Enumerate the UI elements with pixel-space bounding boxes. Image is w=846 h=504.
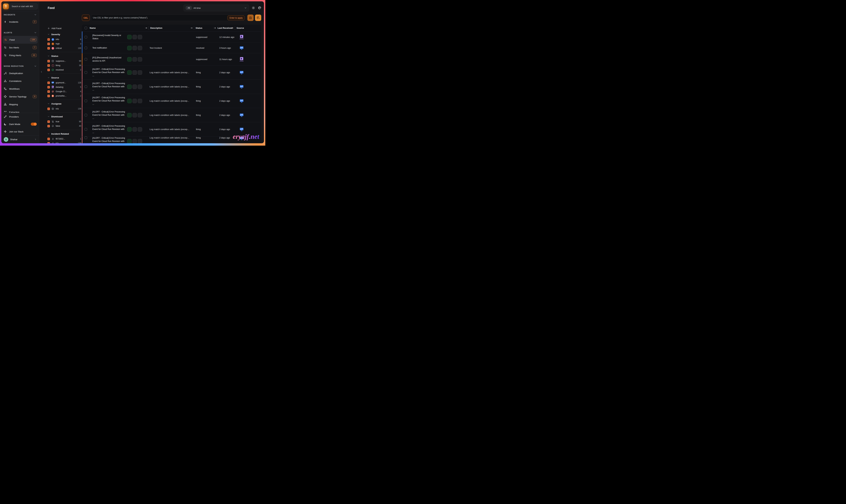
facet-checkbox[interactable]: ✓ — [47, 95, 50, 97]
facet-checkbox[interactable]: ✓ — [47, 108, 50, 110]
row-checkbox[interactable] — [85, 100, 87, 102]
table-row[interactable]: [Recovered] Invalid Severity or Status s… — [82, 32, 261, 42]
open-alert-button[interactable] — [127, 113, 131, 118]
ticket-button[interactable] — [133, 139, 137, 143]
user-menu[interactable]: S Shahar — [1, 135, 39, 143]
open-alert-button[interactable] — [127, 35, 131, 39]
open-alert-button[interactable] — [127, 57, 131, 61]
facet-option[interactable]: ✓ ! firing 38 — [47, 63, 81, 68]
edit-alert-button[interactable] — [138, 57, 142, 61]
sidebar-item[interactable]: Incidents 2 — [1, 18, 39, 26]
facet-option[interactable]: ✓ false 40 — [47, 124, 81, 128]
time-range-select[interactable]: All All time — [183, 4, 249, 11]
facet-checkbox[interactable]: ✓ — [47, 64, 50, 67]
keep-logo-icon[interactable] — [3, 3, 9, 9]
theme-palette-icon[interactable] — [258, 6, 262, 10]
facet-option[interactable]: ✓ ! high 3 — [47, 42, 81, 46]
row-checkbox[interactable] — [85, 137, 87, 139]
sidebar-item[interactable]: 5xx Alerts 7 — [1, 43, 39, 51]
row-checkbox[interactable] — [85, 47, 87, 49]
facet-checkbox[interactable]: ✓ — [47, 69, 50, 71]
column-header-last-received[interactable]: Last Received — [217, 27, 231, 29]
open-alert-button[interactable] — [127, 85, 131, 89]
open-alert-button[interactable] — [127, 70, 131, 75]
facet-group-header[interactable]: Dismissed — [47, 114, 81, 120]
facet-checkbox[interactable]: ✓ — [47, 86, 50, 88]
facet-option[interactable]: ✓ gcpmonit... 128 — [47, 80, 81, 85]
add-facet-button[interactable]: Add Facet — [47, 26, 81, 31]
table-row[interactable]: [ALERT - Critical] Error Processing Even… — [82, 108, 261, 122]
column-header-status[interactable]: Status — [196, 27, 213, 29]
edit-alert-button[interactable] — [138, 46, 142, 50]
facet-group-header[interactable]: Incident Related — [47, 131, 81, 137]
ticket-button[interactable] — [133, 70, 137, 75]
facet-checkbox[interactable]: ✓ — [47, 38, 50, 41]
edit-alert-button[interactable] — [138, 70, 142, 75]
edit-alert-button[interactable] — [138, 113, 142, 118]
facet-group-header[interactable]: Source — [47, 75, 81, 80]
column-header-source[interactable]: Source — [236, 27, 252, 29]
facet-checkbox[interactable]: ✓ — [47, 125, 50, 127]
sidebar-item[interactable]: Mapping — [1, 101, 39, 108]
sidebar-footer-item[interactable]: Providers — [1, 113, 39, 121]
facet-option[interactable]: ✓ resolved 2 — [47, 68, 81, 72]
search-input[interactable]: Search or start with ⌘K — [10, 3, 38, 10]
settings-gear-icon[interactable] — [252, 6, 255, 10]
facet-group-header[interactable]: Severity — [47, 32, 81, 37]
cel-input[interactable]: Use CEL to filter your alerts e.g. sourc… — [91, 15, 246, 21]
sidebar-item[interactable]: Service Topology 9 — [1, 93, 39, 101]
column-header-description[interactable]: Description — [150, 27, 190, 29]
edit-alert-button[interactable] — [138, 99, 142, 103]
sidebar-section-header[interactable]: ALERTS — [1, 30, 39, 36]
column-header-name[interactable]: Name — [90, 27, 145, 29]
ticket-button[interactable] — [133, 57, 137, 61]
sidebar-collapse-handle[interactable] — [40, 70, 42, 74]
table-row[interactable]: [P2] [Recovered] Unauthorized access to … — [82, 53, 261, 65]
open-alert-button[interactable] — [127, 99, 131, 103]
edit-alert-button[interactable] — [138, 127, 142, 131]
enter-to-apply-button[interactable]: Enter to apply — [227, 15, 245, 20]
ticket-button[interactable] — [133, 99, 137, 103]
ticket-button[interactable] — [133, 127, 137, 131]
sidebar-item[interactable]: Firing Alerts 41 — [1, 51, 39, 59]
edit-alert-button[interactable] — [138, 85, 142, 89]
sidebar-footer-item[interactable]: Join our Slack — [1, 128, 39, 135]
edit-alert-button[interactable] — [138, 35, 142, 39]
sidebar-section-header[interactable]: INCIDENTS — [1, 12, 39, 18]
facet-option[interactable]: ✓ f872832... 1 — [47, 137, 81, 141]
facet-group-header[interactable]: Assignee — [47, 101, 81, 107]
ticket-button[interactable] — [133, 85, 137, 89]
table-row[interactable]: Test notification Test Incident resolved… — [82, 42, 261, 53]
facet-checkbox[interactable]: ✓ — [47, 47, 50, 50]
dark-mode-toggle[interactable] — [31, 123, 37, 126]
facet-checkbox[interactable]: ✓ — [47, 42, 50, 45]
sidebar-item[interactable]: Deduplication — [1, 69, 39, 77]
row-checkbox[interactable] — [85, 114, 87, 116]
select-all-checkbox[interactable] — [85, 27, 87, 29]
facet-option[interactable]: ✓ n/a 138 — [47, 141, 81, 143]
row-checkbox[interactable] — [85, 36, 87, 38]
row-checkbox[interactable] — [85, 128, 87, 130]
facet-option[interactable]: ✓ true 99 — [47, 120, 81, 124]
row-checkbox[interactable] — [85, 58, 87, 60]
row-checkbox[interactable] — [85, 85, 87, 88]
open-alert-button[interactable] — [127, 127, 131, 131]
sidebar-section-header[interactable]: NOISE REDUCTION — [1, 63, 39, 69]
export-alerts-button[interactable] — [255, 15, 261, 21]
save-filter-button[interactable] — [247, 15, 254, 21]
open-alert-button[interactable] — [127, 139, 131, 143]
sidebar-item[interactable]: Workflows — [1, 85, 39, 93]
sidebar-item[interactable]: Correlations — [1, 77, 39, 85]
ticket-button[interactable] — [133, 35, 137, 39]
facet-option[interactable]: ✓ promethe... 2 — [47, 94, 81, 98]
facet-option[interactable]: ✓ @ Google Cl... 4 — [47, 89, 81, 94]
ticket-button[interactable] — [133, 46, 137, 50]
table-row[interactable]: [ALERT - Critical] Error Processing Even… — [82, 65, 261, 79]
facet-checkbox[interactable]: ✓ — [47, 60, 50, 62]
open-alert-button[interactable] — [127, 46, 131, 50]
facet-checkbox[interactable]: ✓ — [47, 138, 50, 140]
facet-option[interactable]: ✓ suppress... 99 — [47, 59, 81, 63]
table-row[interactable]: [ALERT - Critical] Error Processing Even… — [82, 94, 261, 108]
sidebar-footer-item[interactable]: Dark Mode — [1, 121, 39, 128]
ticket-button[interactable] — [133, 113, 137, 118]
